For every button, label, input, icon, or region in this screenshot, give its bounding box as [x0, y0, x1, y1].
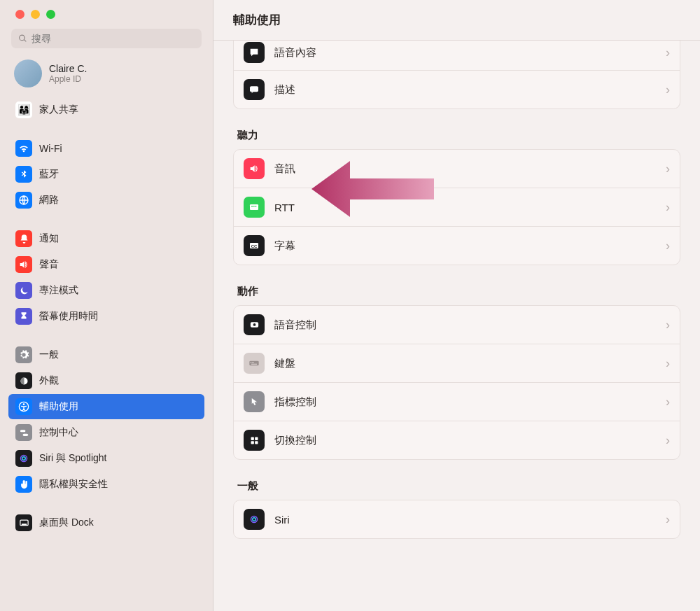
siri-icon: [244, 509, 265, 530]
row-spoken[interactable]: 語音內容›: [234, 41, 680, 71]
👪-icon: 👨‍👩‍👧: [15, 101, 32, 118]
svg-rect-22: [252, 362, 253, 363]
content-scroll[interactable]: 語音內容›描述›聽力音訊›RTT›CC字幕›動作語音控制›鍵盤›指標控制›切換控…: [214, 41, 700, 611]
account-name: Claire C.: [49, 63, 87, 74]
account-row[interactable]: Claire C. Apple ID: [0, 57, 213, 97]
sidebar-list: 👨‍👩‍👧家人共享Wi-Fi藍牙網路通知聲音專注模式螢幕使用時間一般外觀輔助使用…: [0, 97, 213, 611]
speaker-icon: [15, 256, 32, 273]
row-label: 鍵盤: [274, 357, 656, 370]
sidebar-item-label: 桌面與 Dock: [39, 517, 94, 529]
row-switch[interactable]: 切換控制›: [234, 421, 680, 459]
row-label: 音訊: [274, 162, 656, 176]
svg-rect-26: [255, 437, 258, 440]
page-title: 輔助使用: [233, 12, 281, 28]
row-siri2[interactable]: Siri›: [234, 500, 680, 538]
globe-icon: [15, 192, 32, 209]
account-sub: Apple ID: [49, 74, 87, 84]
svg-rect-28: [255, 441, 258, 444]
bubble2-icon: [244, 79, 265, 100]
sidebar-item-label: 一般: [39, 349, 59, 361]
row-label: RTT: [274, 202, 656, 213]
moon-icon: [15, 282, 32, 299]
sidebar-item-controlcenter[interactable]: 控制中心: [8, 420, 204, 445]
minimize-window-button[interactable]: [31, 10, 40, 19]
bubble-icon: [244, 42, 265, 63]
row-keyboard[interactable]: 鍵盤›: [234, 344, 680, 383]
avatar: [14, 59, 42, 87]
row-label: 切換控制: [274, 434, 656, 447]
sidebar-item-label: 螢幕使用時間: [39, 310, 98, 323]
sidebar-item-label: 通知: [39, 232, 59, 245]
svg-rect-15: [255, 206, 256, 206]
content-pane: 輔助使用 語音內容›描述›聽力音訊›RTT›CC字幕›動作語音控制›鍵盤›指標控…: [214, 0, 700, 611]
row-captions[interactable]: CC字幕›: [234, 227, 680, 265]
svg-rect-25: [251, 437, 253, 440]
sidebar-item-label: Wi-Fi: [39, 143, 62, 154]
titlebar: 輔助使用: [214, 0, 700, 41]
section-title: 動作: [237, 285, 680, 298]
bell-icon: [15, 230, 32, 247]
search-field[interactable]: [11, 29, 202, 48]
appearance-icon: [15, 372, 32, 389]
access-icon: [15, 398, 32, 415]
dock-icon: [15, 514, 32, 531]
svg-rect-24: [251, 364, 257, 365]
siri-icon: [15, 450, 32, 467]
chevron-right-icon: ›: [666, 512, 670, 527]
row-label: 描述: [274, 83, 656, 97]
chevron-right-icon: ›: [666, 200, 670, 215]
sidebar-item-siri[interactable]: Siri 與 Spotlight: [8, 446, 204, 471]
svg-rect-14: [253, 206, 255, 206]
chevron-right-icon: ›: [666, 433, 670, 448]
close-window-button[interactable]: [15, 10, 24, 19]
svg-rect-10: [21, 524, 27, 525]
row-descriptions[interactable]: 描述›: [234, 71, 680, 108]
sidebar-item-wifi[interactable]: Wi-Fi: [8, 136, 204, 161]
sidebar-item-focus[interactable]: 專注模式: [8, 278, 204, 303]
chevron-right-icon: ›: [666, 395, 670, 409]
cursor-icon: [244, 391, 265, 412]
search-input[interactable]: [31, 33, 195, 44]
speaker-icon: [244, 158, 265, 179]
row-label: 字幕: [274, 239, 656, 253]
sidebar-item-family[interactable]: 👨‍👩‍👧家人共享: [8, 97, 204, 122]
sidebar-item-screentime[interactable]: 螢幕使用時間: [8, 304, 204, 329]
row-label: Siri: [274, 514, 656, 526]
svg-rect-21: [251, 362, 251, 363]
sidebar-item-label: 外觀: [39, 374, 59, 387]
svg-point-3: [23, 403, 25, 405]
sidebar-item-label: 藍牙: [39, 168, 59, 181]
sidebar-item-general[interactable]: 一般: [8, 342, 204, 367]
sidebar-item-bluetooth[interactable]: 藍牙: [8, 162, 204, 187]
rtt-icon: [244, 197, 265, 218]
sidebar-item-sound[interactable]: 聲音: [8, 252, 204, 277]
sidebar-item-notifications[interactable]: 通知: [8, 226, 204, 251]
switches-icon: [15, 424, 32, 441]
fullscreen-window-button[interactable]: [46, 10, 55, 19]
sidebar-item-label: 聲音: [39, 258, 59, 271]
row-audio[interactable]: 音訊›: [234, 150, 680, 188]
svg-rect-13: [251, 206, 253, 206]
sidebar-item-accessibility[interactable]: 輔助使用: [8, 394, 204, 419]
sidebar-item-network[interactable]: 網路: [8, 188, 204, 213]
sidebar-item-appearance[interactable]: 外觀: [8, 368, 204, 393]
row-voicecontrol[interactable]: 語音控制›: [234, 306, 680, 344]
hourglass-icon: [15, 308, 32, 325]
sidebar-item-label: 網路: [39, 194, 59, 206]
sidebar-item-label: 家人共享: [39, 104, 78, 116]
row-label: 指標控制: [274, 395, 656, 409]
sidebar-item-desktop[interactable]: 桌面與 Dock: [8, 510, 204, 535]
bt-icon: [15, 166, 32, 183]
row-rtt[interactable]: RTT›: [234, 188, 680, 227]
sidebar-item-label: 控制中心: [39, 426, 78, 439]
wifi-icon: [15, 140, 32, 157]
sidebar-item-label: 隱私權與安全性: [39, 478, 108, 491]
chevron-right-icon: ›: [666, 318, 670, 332]
row-pointer[interactable]: 指標控制›: [234, 383, 680, 421]
svg-rect-27: [251, 441, 253, 444]
chevron-right-icon: ›: [666, 83, 670, 97]
sidebar-item-privacy[interactable]: 隱私權與安全性: [8, 472, 204, 497]
grid-icon: [244, 430, 265, 451]
chevron-right-icon: ›: [666, 356, 670, 371]
window-controls: [0, 10, 213, 29]
